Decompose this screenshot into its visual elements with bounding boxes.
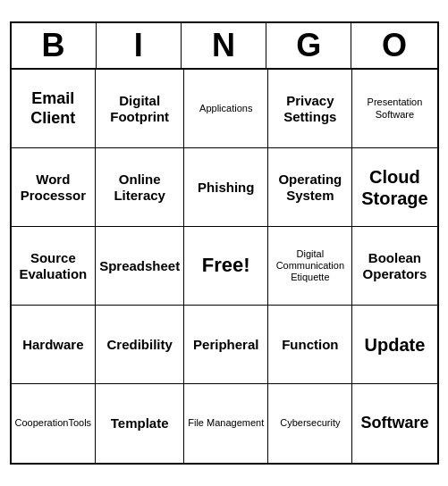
bingo-cell: Credibility [96,306,184,384]
bingo-cell: Template [96,384,184,463]
header-letter: B [12,23,97,68]
bingo-cell: Source Evaluation [12,227,97,306]
bingo-cell: Boolean Operators [352,227,436,306]
bingo-cell: Cybersecurity [268,384,352,463]
bingo-cell: Hardware [12,306,97,384]
bingo-grid: Email ClientDigital FootprintApplication… [12,70,437,463]
bingo-cell: CooperationTools [12,384,97,463]
bingo-card: BINGO Email ClientDigital FootprintAppli… [10,21,439,465]
bingo-cell: Cloud Storage [352,148,436,227]
bingo-cell: Digital Footprint [96,70,184,148]
bingo-cell: Digital Communication Etiquette [268,227,352,306]
bingo-cell: Software [352,384,436,463]
header-letter: I [97,23,182,68]
bingo-cell: Online Literacy [96,148,184,227]
bingo-cell: Operating System [268,148,352,227]
header-letter: O [351,23,436,68]
bingo-header: BINGO [12,23,437,70]
bingo-cell: Phishing [184,148,268,227]
bingo-cell: Update [352,306,436,384]
bingo-cell: Peripheral [184,306,268,384]
header-letter: G [266,23,351,68]
header-letter: N [182,23,266,68]
bingo-cell: Applications [184,70,268,148]
bingo-cell: Spreadsheet [96,227,184,306]
bingo-cell: Email Client [12,70,97,148]
bingo-cell: Privacy Settings [268,70,352,148]
bingo-cell: Free! [184,227,268,306]
bingo-cell: File Management [184,384,268,463]
bingo-cell: Function [268,306,352,384]
bingo-cell: Word Processor [12,148,97,227]
bingo-cell: Presentation Software [352,70,436,148]
